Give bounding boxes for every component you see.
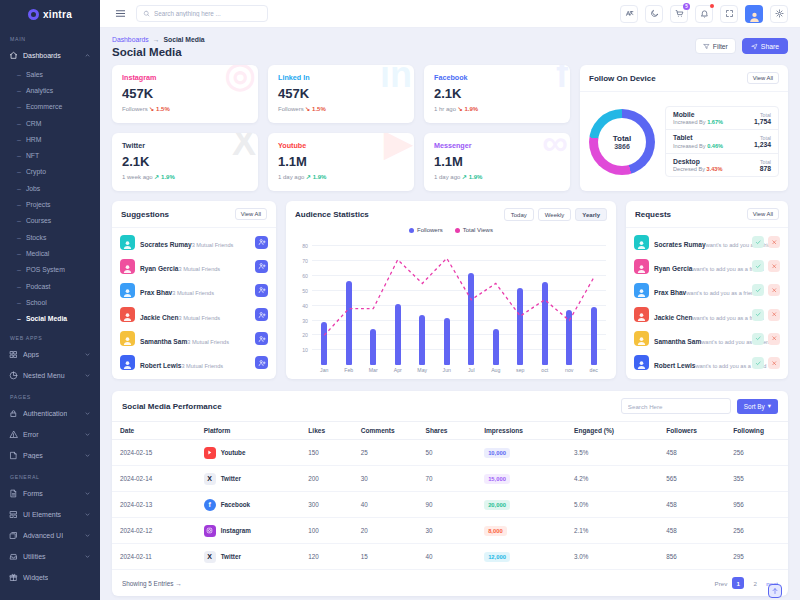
chart-tab-weekly[interactable]: Weekly [538,208,572,221]
settings-button[interactable] [770,5,788,23]
breadcrumb-parent[interactable]: Dashboards [112,36,149,43]
sidebar-item-nested-menu[interactable]: Nested Menu [0,365,100,386]
request-item: Robert Lewiswant's to add you as a frien… [634,354,780,372]
sidebar-item-pages[interactable]: Pages [0,445,100,466]
chart-legend: FollowersTotal Views [286,225,616,237]
sidebar-item-podcast[interactable]: Podcast [0,278,100,294]
decline-request-button[interactable] [768,333,780,345]
sidebar-item-stocks[interactable]: Stocks [0,229,100,245]
notifications-button[interactable] [695,5,713,23]
chart-tab-yearly[interactable]: Yearly [575,208,607,221]
column-header-shares[interactable]: Shares [418,422,477,440]
page-1-button[interactable]: 1 [732,577,744,589]
add-friend-button[interactable] [255,332,268,345]
requests-view-all-button[interactable]: View All [747,208,779,220]
page-2-button[interactable]: 2 [749,577,761,589]
table-search-input[interactable] [621,398,731,414]
stat-card-instagram: ◎Instagram457KFollowers ↘ 1.5% [112,65,258,123]
add-friend-button[interactable] [255,260,268,273]
column-header-impressions[interactable]: Impressions [476,422,566,440]
sidebar-item-jobs[interactable]: Jobs [0,180,100,196]
filter-button[interactable]: Filter [695,38,736,54]
user-avatar[interactable] [745,5,763,23]
column-header-following[interactable]: Following [725,422,788,440]
accept-request-button[interactable] [752,309,764,321]
sidebar-item-social-media[interactable]: Social Media [0,310,100,326]
add-friend-button[interactable] [255,308,268,321]
sidebar-item-sales[interactable]: Sales [0,66,100,82]
sidebar-item-ui-elements[interactable]: UI Elements [0,504,100,525]
x-axis-label: Jul [459,367,484,373]
decline-request-button[interactable] [768,309,780,321]
sidebar-item-projects[interactable]: Projects [0,196,100,212]
language-button[interactable] [620,5,638,23]
sidebar-item-dashboards[interactable]: Dashboards [0,45,100,66]
search-input[interactable] [154,10,261,17]
scroll-to-top-button[interactable] [768,584,782,598]
sidebar-item-label: Authentication [23,410,67,417]
sidebar-item-medical[interactable]: Medical [0,245,100,261]
add-friend-button[interactable] [255,236,268,249]
sidebar-item-ecommerce[interactable]: Ecommerce [0,99,100,115]
cell-platform: Instagram [196,518,301,544]
decline-request-button[interactable] [768,357,780,369]
accept-request-button[interactable] [752,333,764,345]
chart-tab-today[interactable]: Today [504,208,534,221]
sidebar-item-forms[interactable]: Forms [0,483,100,504]
showing-entries[interactable]: Showing 5 Entries → [122,580,182,587]
device-view-all-button[interactable]: View All [747,72,779,84]
accept-request-button[interactable] [752,357,764,369]
y-axis-tick: 30 [294,318,308,324]
layers-icon [9,531,18,540]
cell-likes: 100 [300,518,352,544]
sidebar-item-nft[interactable]: NFT [0,147,100,163]
decline-request-button[interactable] [768,284,780,296]
stat-platform-label: Youtube [278,141,404,150]
accept-request-button[interactable] [752,284,764,296]
accept-request-button[interactable] [752,236,764,248]
column-header-date[interactable]: Date [112,422,196,440]
accept-request-button[interactable] [752,260,764,272]
avatar [120,331,135,346]
sidebar-item-school[interactable]: School [0,294,100,310]
add-friend-button[interactable] [255,284,268,297]
fullscreen-button[interactable] [720,5,738,23]
sidebar-item-hrm[interactable]: HRM [0,131,100,147]
sidebar-item-crm[interactable]: CRM [0,115,100,131]
device-change: Increased By 0.46% [673,143,723,149]
person-name: Samantha Sam [140,338,187,345]
cell-followers: 458 [658,518,725,544]
sidebar-item-widgets[interactable]: Widgets [0,567,100,588]
sidebar-item-courses[interactable]: Courses [0,213,100,229]
suggestions-view-all-button[interactable]: View All [235,208,267,220]
sidebar-item-utilities[interactable]: Utilities [0,546,100,567]
add-friend-button[interactable] [255,356,268,369]
sidebar-item-apps[interactable]: Apps [0,344,100,365]
dark-mode-button[interactable] [645,5,663,23]
check-icon [755,311,762,318]
cart-button[interactable]: 5 [670,5,688,23]
sidebar-item-error[interactable]: Error [0,424,100,445]
decline-request-button[interactable] [768,260,780,272]
sidebar-item-analytics[interactable]: Analytics [0,82,100,98]
sidebar-item-crypto[interactable]: Crypto [0,164,100,180]
sidebar-item-authentication[interactable]: Authentication [0,403,100,424]
column-header-likes[interactable]: Likes [300,422,352,440]
sidebar-item-pos-system[interactable]: POS System [0,262,100,278]
sidebar-item-advanced-ui[interactable]: Advanced UI [0,525,100,546]
column-header-engaged-[interactable]: Engaged (%) [566,422,658,440]
column-header-followers[interactable]: Followers [658,422,725,440]
column-header-comments[interactable]: Comments [353,422,418,440]
sort-by-button[interactable]: Sort By ▾ [737,399,778,414]
home-icon [9,51,18,60]
prev-page-button[interactable]: Prev [715,580,728,587]
decline-request-button[interactable] [768,236,780,248]
topbar-icons: 5 [620,5,788,23]
column-header-platform[interactable]: Platform [196,422,301,440]
x-icon [771,335,778,342]
share-button[interactable]: Share [742,38,788,54]
hamburger-menu-icon[interactable] [112,6,128,22]
stat-grid: ◎Instagram457KFollowers ↘ 1.5%inLinked I… [112,65,570,191]
brand-logo[interactable]: xintra [0,0,100,28]
requests-list: Socrates Rumaywant's to add you as a fri… [626,228,788,379]
